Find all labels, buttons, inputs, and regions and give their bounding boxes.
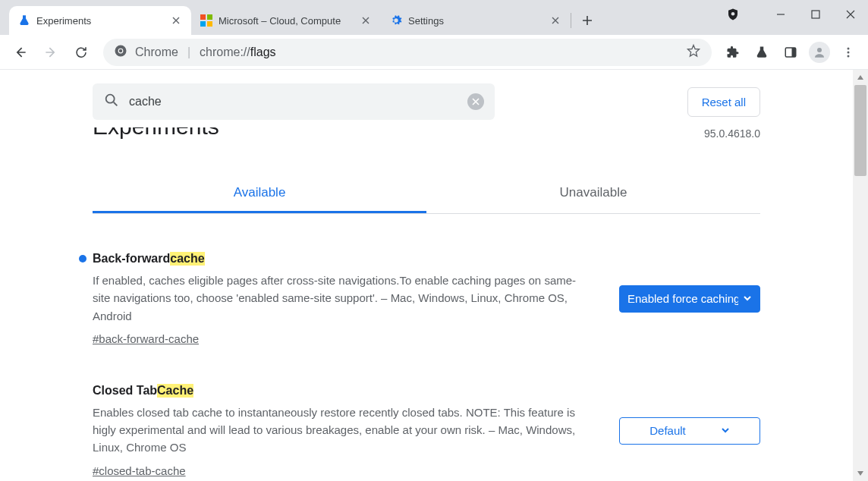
close-window-button[interactable] [833, 0, 868, 29]
url-text: chrome://flags [200, 46, 275, 59]
version-label: 95.0.4618.0 [704, 127, 760, 140]
flags-tabs: Available Unavailable [93, 174, 760, 214]
flask-icon [18, 14, 30, 27]
tab-label: Microsoft – Cloud, Compute [219, 15, 341, 27]
chevron-down-icon [743, 292, 752, 305]
chrome-icon [114, 44, 127, 61]
flags-search-input[interactable] [129, 95, 458, 108]
tab-experiments[interactable]: Experiments [9, 6, 191, 35]
tab-microsoft[interactable]: Microsoft – Cloud, Compute [191, 6, 381, 35]
extensions-icon[interactable] [719, 39, 747, 66]
svg-point-13 [848, 51, 850, 53]
clear-search-icon[interactable] [467, 93, 484, 110]
flag-item: Back-forward cache If enabled, caches el… [93, 252, 760, 346]
tab-unavailable[interactable]: Unavailable [426, 174, 760, 213]
close-icon[interactable] [360, 14, 372, 27]
window-titlebar: Experiments Microsoft – Cloud, Compute S… [0, 0, 868, 35]
maximize-button[interactable] [798, 0, 833, 29]
bookmark-star-icon[interactable] [686, 43, 701, 61]
svg-rect-2 [200, 21, 206, 27]
vertical-scrollbar[interactable] [853, 70, 868, 481]
back-button[interactable] [6, 38, 35, 67]
microsoft-icon [200, 14, 212, 27]
browser-tabs: Experiments Microsoft – Cloud, Compute S… [0, 0, 603, 35]
window-controls [722, 0, 868, 29]
svg-rect-10 [792, 48, 796, 57]
flag-select-label: Enabled force caching [627, 292, 738, 305]
flag-title: Back-forward cache [93, 252, 589, 266]
side-panel-icon[interactable] [777, 39, 804, 66]
flags-search-box[interactable] [93, 83, 495, 120]
modified-dot-icon [79, 255, 86, 263]
svg-point-12 [848, 47, 850, 49]
flag-select[interactable]: Enabled force caching [619, 285, 760, 313]
tab-label: Settings [408, 15, 444, 27]
flag-description: Enables closed tab cache to instantaneou… [93, 404, 589, 457]
scrollbar-thumb[interactable] [854, 85, 866, 176]
minimize-button[interactable] [763, 0, 798, 29]
tab-label: Experiments [36, 15, 91, 27]
close-icon[interactable] [549, 14, 561, 27]
svg-rect-0 [200, 14, 206, 20]
svg-point-4 [731, 12, 735, 16]
svg-point-14 [848, 55, 850, 57]
page-title: Experiments [93, 127, 760, 147]
flag-select-label: Default [649, 424, 686, 437]
scroll-down-arrow-icon[interactable] [853, 466, 868, 481]
chevron-down-icon [721, 424, 730, 437]
address-bar[interactable]: Chrome | chrome://flags [103, 39, 712, 66]
gear-icon [390, 14, 402, 27]
svg-rect-1 [207, 14, 212, 20]
flag-select[interactable]: Default [619, 417, 760, 445]
svg-point-15 [106, 95, 115, 103]
svg-point-11 [817, 48, 822, 52]
search-icon [103, 92, 120, 112]
svg-rect-3 [207, 21, 212, 27]
flag-anchor-link[interactable]: #closed-tab-cache [93, 464, 186, 477]
reset-all-button[interactable]: Reset all [687, 87, 760, 117]
flag-description: If enabled, caches eligible pages after … [93, 272, 589, 325]
forward-button[interactable] [36, 38, 65, 67]
tab-separator [571, 13, 571, 28]
url-separator: | [187, 46, 190, 59]
labs-flask-icon[interactable] [748, 39, 775, 66]
svg-point-8 [119, 49, 123, 52]
tab-settings[interactable]: Settings [381, 6, 571, 35]
menu-dots-icon[interactable] [835, 39, 862, 66]
flag-title: Closed Tab Cache [93, 384, 589, 398]
new-tab-button[interactable] [576, 9, 599, 32]
profile-avatar[interactable] [806, 39, 833, 66]
browser-toolbar: Chrome | chrome://flags [0, 35, 868, 70]
tab-available[interactable]: Available [93, 174, 426, 213]
svg-rect-5 [812, 11, 819, 18]
flag-item: Closed Tab Cache Enables closed tab cach… [93, 384, 760, 478]
flag-anchor-link[interactable]: #back-forward-cache [93, 332, 199, 345]
shield-icon[interactable] [722, 4, 744, 25]
scroll-up-arrow-icon[interactable] [853, 70, 868, 85]
reload-button[interactable] [67, 38, 96, 67]
close-icon[interactable] [170, 14, 182, 27]
url-scheme-label: Chrome [135, 46, 178, 59]
